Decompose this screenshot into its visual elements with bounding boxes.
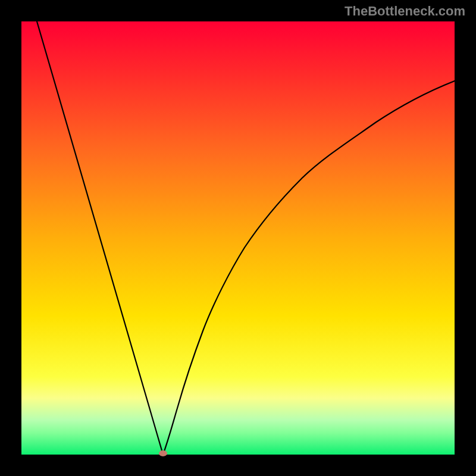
vertex-marker	[159, 450, 167, 456]
watermark-text: TheBottleneck.com	[345, 4, 465, 19]
bottleneck-curve	[21, 21, 455, 455]
plot-area	[21, 21, 455, 455]
curve-right-branch	[163, 81, 455, 455]
curve-left-branch	[37, 21, 163, 455]
